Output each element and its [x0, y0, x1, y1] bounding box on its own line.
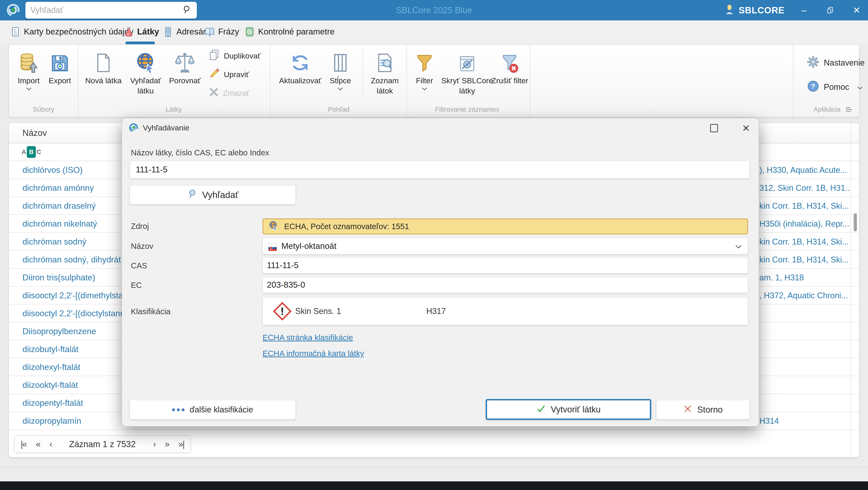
- chevron-down-icon: [337, 87, 343, 92]
- ribbon-button-label: Aktualizovať: [279, 75, 321, 86]
- slovak-flag-icon: [268, 243, 277, 249]
- dialog-search-button[interactable]: Vyhľadať: [130, 185, 296, 205]
- cancel-button[interactable]: Storno: [656, 400, 750, 420]
- ribbon-button-label: Zoznam látok: [366, 75, 404, 96]
- gear-icon: [807, 56, 819, 70]
- substance-name: Diisopropylbenzene: [23, 323, 96, 340]
- clear-filter-icon: [500, 50, 520, 73]
- klasifikacia-label: Klasifikácia: [131, 307, 170, 316]
- group-separator: [793, 45, 794, 117]
- dialog-launcher-icon[interactable]: [845, 106, 852, 113]
- duplicate-button[interactable]: Duplikovať: [208, 48, 272, 63]
- new-substance-button[interactable]: Nová látka: [77, 50, 129, 86]
- record-counter: Záznam 1 z 7532: [61, 439, 144, 449]
- app-logo-icon: [6, 3, 21, 18]
- substance-name: diizopentyl-ftalát: [23, 394, 83, 412]
- search-substance-button[interactable]: Vyhľadať látku: [123, 50, 168, 96]
- clear-filter-button[interactable]: Zrušiť filter: [490, 50, 530, 86]
- group-label-filtrovanie: Filtrovanie záznamov: [435, 105, 499, 113]
- classification-fragment: ), H330, Aquatic Acute...: [760, 161, 850, 179]
- search-icon[interactable]: [182, 5, 192, 16]
- cas-input[interactable]: [263, 261, 748, 270]
- ribbon-button-label: Zrušiť filter: [492, 75, 528, 86]
- tab-label: Kontrolné parametre: [258, 27, 335, 36]
- ribbon-button-label: Vyhľadať látku: [123, 75, 168, 96]
- red-x-icon: [683, 404, 692, 416]
- prev-page-button[interactable]: ‹: [50, 439, 52, 449]
- global-search-input[interactable]: [30, 5, 182, 15]
- tab-adresar[interactable]: Adresár: [163, 21, 206, 43]
- restore-button[interactable]: [824, 3, 837, 17]
- search-term-field[interactable]: [130, 161, 750, 179]
- status-divider: [0, 467, 868, 467]
- last-page-button[interactable]: »|: [179, 439, 184, 449]
- tab-label: Karty bezpečnostných údajov: [24, 27, 133, 36]
- dialog-maximize-button[interactable]: [710, 124, 718, 132]
- compare-button[interactable]: Porovnať: [162, 50, 208, 86]
- substance-name: dichróman sodný: [23, 233, 86, 251]
- fast-prev-button[interactable]: «: [36, 439, 40, 449]
- substance-list-button[interactable]: Zoznam látok: [366, 50, 404, 96]
- chevron-down-icon: [857, 82, 863, 92]
- export-button[interactable]: Export: [43, 50, 77, 86]
- ribbon-button-label: Filter: [416, 75, 433, 86]
- group-separator: [530, 45, 530, 117]
- import-icon: [18, 50, 40, 73]
- classification-fragment: [760, 323, 850, 340]
- create-substance-button[interactable]: Vytvoriť látku: [486, 399, 651, 420]
- import-button[interactable]: Import: [10, 50, 48, 92]
- group-separator: [406, 45, 407, 117]
- cas-label: CAS: [131, 261, 147, 270]
- hide-sblcore-substances-button[interactable]: Skryť SBLCore látky: [438, 50, 497, 96]
- ribbon: Import Export Súbory Nová látka Vyhľadať…: [8, 44, 860, 117]
- substance-name: dichróman nikelnatý: [23, 215, 97, 233]
- minimize-button[interactable]: –: [797, 3, 811, 17]
- group-label-latky: Látky: [165, 105, 182, 113]
- source-result-text: ECHA, Počet oznamovateľov: 1551: [284, 222, 409, 231]
- tab-karty-bezpecnostnych-udajov[interactable]: Karty bezpečnostných údajov: [10, 21, 133, 43]
- group-label-subory: Súbory: [33, 105, 54, 113]
- user-account-button[interactable]: SBLCORE: [724, 4, 784, 17]
- tab-kontrolne-parametre[interactable]: Kontrolné parametre: [244, 21, 335, 43]
- safety-data-sheet-icon: [10, 27, 21, 37]
- close-button[interactable]: ✕: [850, 3, 864, 17]
- first-page-button[interactable]: |«: [21, 439, 26, 449]
- ec-input[interactable]: [263, 280, 748, 290]
- tab-latky[interactable]: Látky: [124, 21, 159, 43]
- pencil-icon: [208, 68, 220, 81]
- source-result-field[interactable]: ECHA, Počet oznamovateľov: 1551: [262, 218, 748, 234]
- filter-icon: [414, 50, 434, 73]
- flask-icon: [124, 27, 134, 37]
- duplicate-icon: [208, 49, 220, 63]
- echa-classification-link[interactable]: ECHA stránka klasifikácie: [262, 333, 353, 342]
- delete-button[interactable]: Zmazať: [208, 85, 272, 101]
- globe-icon: [268, 220, 278, 232]
- refresh-icon: [290, 50, 311, 73]
- name-dropdown[interactable]: Metyl-oktanoát: [262, 238, 748, 254]
- classification-fragment: H350i (inhalácia), Repr...: [760, 215, 850, 233]
- more-classifications-button[interactable]: ďalšie klasifikácie: [130, 400, 296, 420]
- fast-next-button[interactable]: »: [165, 439, 169, 449]
- settings-button[interactable]: Nastavenie: [807, 56, 864, 70]
- delete-x-icon: [208, 87, 219, 99]
- tab-frazy[interactable]: Frázy: [205, 21, 239, 43]
- next-page-button[interactable]: ›: [153, 439, 155, 449]
- edit-button[interactable]: Upraviť: [208, 67, 272, 82]
- dialog-close-button[interactable]: ✕: [739, 121, 753, 135]
- filter-button[interactable]: Filter: [407, 50, 441, 92]
- global-search-box[interactable]: [25, 2, 197, 19]
- zdroj-label: Zdroj: [131, 222, 149, 231]
- columns-button[interactable]: Stĺpce: [320, 50, 361, 92]
- substance-name: diizohexyl-ftalát: [23, 358, 80, 376]
- echa-infocard-link[interactable]: ECHA informačná karta látky: [262, 349, 364, 358]
- vertical-scrollbar[interactable]: [854, 213, 857, 232]
- help-button[interactable]: ? Pomoc: [807, 80, 864, 94]
- classification-fragment: [760, 340, 850, 358]
- search-term-input[interactable]: [130, 165, 749, 175]
- title-bar: SBLCore 2025 Blue SBLCORE – ✕: [0, 0, 868, 21]
- cas-field[interactable]: [262, 257, 748, 273]
- chevron-down-icon: [422, 87, 427, 92]
- ribbon-button-label: Zmazať: [223, 89, 249, 97]
- button-label: Vytvoriť látku: [551, 405, 601, 415]
- ec-field[interactable]: [262, 277, 748, 293]
